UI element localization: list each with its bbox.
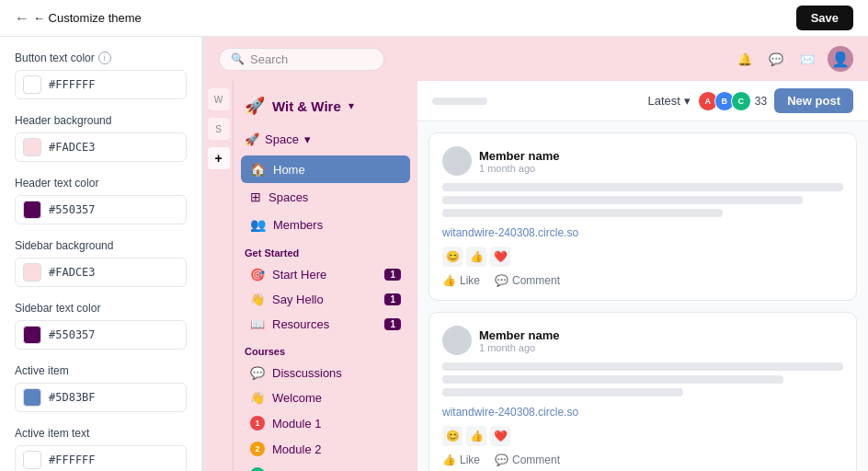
back-arrow-icon: ← (15, 10, 29, 27)
app-content: W S + 🚀 Wit & Wire ▾ 🚀 Space ▾ (204, 81, 868, 471)
sidebar: 🚀 Wit & Wire ▾ 🚀 Space ▾ 🏠 Home (234, 81, 417, 471)
welcome-icon: 👋 (250, 391, 265, 405)
post-meta-2: Member name 1 month ago (479, 328, 843, 353)
color-label-sidebar-text-color: Sidebar text color (15, 302, 187, 315)
course-item-module2[interactable]: 2 Module 2 (241, 436, 410, 462)
start-here-label: Start Here (272, 268, 326, 281)
sort-label: Latest (647, 94, 680, 108)
color-value-header-text-color: #550357 (49, 203, 96, 216)
emoji-6: ❤️ (490, 426, 510, 446)
color-value-header-background: #FADCE3 (49, 141, 96, 154)
sidebar-item-say-hello[interactable]: 👋 Say Hello 1 (241, 287, 410, 312)
like-button-2[interactable]: 👍 Like (442, 454, 480, 466)
sidebar-item-home-label: Home (273, 163, 305, 177)
color-row-active-item[interactable]: #5D83BF (15, 383, 187, 412)
course-item-welcome[interactable]: 👋 Welcome (241, 385, 410, 410)
comment-label-2: Comment (512, 454, 560, 466)
post-avatar-2 (442, 326, 472, 355)
sidebar-item-members-label: Members (273, 218, 323, 232)
sort-chevron-icon: ▾ (684, 94, 691, 108)
course-item-module3[interactable]: 3 Module 3 (241, 462, 410, 471)
post-time-1: 1 month ago (479, 163, 843, 174)
post-line (442, 209, 723, 217)
sort-button[interactable]: Latest ▾ (647, 94, 690, 108)
module1-label: Module 1 (272, 417, 321, 431)
search-icon: 🔍 (231, 52, 245, 65)
info-icon: i (98, 52, 111, 64)
color-swatch-header-text-color (23, 201, 41, 219)
members-icon: 👥 (250, 217, 266, 232)
color-label-header-background: Header background (15, 114, 187, 127)
color-row-header-background[interactable]: #FADCE3 (15, 132, 187, 162)
sidebar-item-members[interactable]: 👥 Members (241, 211, 410, 238)
post-author-2: Member name (479, 328, 843, 342)
comment-button-2[interactable]: 💬 Comment (495, 454, 560, 466)
sidebar-item-resources[interactable]: 📖 Resources 1 (241, 312, 410, 337)
sidebar-nav: 🏠 Home ⊞ Spaces 👥 Members (234, 155, 417, 238)
post-link-1[interactable]: witandwire-240308.circle.so (442, 226, 843, 239)
bell-icon[interactable]: 🔔 (734, 48, 756, 70)
post-line (442, 183, 843, 191)
color-row-sidebar-text-color[interactable]: #550357 (15, 320, 187, 350)
color-value-button-text-color: #FFFFFF (49, 78, 96, 91)
color-row-sidebar-background[interactable]: #FADCE3 (15, 258, 187, 287)
space-name: Space (265, 132, 299, 146)
new-post-button[interactable]: New post (774, 88, 853, 113)
resources-label: Resources (272, 317, 329, 331)
save-button[interactable]: Save (796, 6, 853, 30)
post-link-2[interactable]: witandwire-240308.circle.so (442, 406, 843, 419)
sidebar-item-spaces[interactable]: ⊞ Spaces (241, 183, 410, 211)
color-row-active-item-text[interactable]: #FFFFFF (15, 445, 187, 471)
post-line (442, 375, 783, 384)
color-row-header-text-color[interactable]: #550357 (15, 195, 187, 224)
back-button[interactable]: ← ← Customize theme (15, 10, 142, 27)
course-item-discussions[interactable]: 💬 Disscussions (241, 361, 410, 385)
color-value-sidebar-text-color: #550357 (49, 328, 96, 341)
chat-icon[interactable]: 💬 (765, 48, 787, 70)
brand-chevron-icon: ▾ (348, 99, 354, 112)
user-avatar[interactable]: 👤 (828, 46, 853, 72)
color-value-sidebar-background: #FADCE3 (49, 266, 96, 279)
module2-number: 2 (250, 442, 265, 456)
sidebar-space[interactable]: 🚀 Space ▾ (234, 127, 417, 155)
brand-name: Wit & Wire (272, 98, 341, 114)
avatars-count: 33 (755, 95, 767, 108)
color-item-active-item: Active item#5D83BF (15, 364, 187, 412)
module3-label: Module 3 (272, 468, 321, 472)
comment-button-1[interactable]: 💬 Comment (495, 274, 560, 287)
like-icon-2: 👍 (442, 454, 456, 466)
post-author-1: Member name (479, 149, 843, 163)
course-item-module1[interactable]: 1 Module 1 (241, 410, 410, 436)
color-item-button-text-color: Button text colori#FFFFFF (15, 52, 187, 99)
sidebar-item-home[interactable]: 🏠 Home (241, 155, 410, 183)
welcome-label: Welcome (272, 391, 322, 405)
like-label: Like (460, 274, 480, 287)
post-actions-2: 👍 Like 💬 Comment (442, 454, 843, 466)
module3-number: 3 (250, 467, 265, 471)
color-row-button-text-color[interactable]: #FFFFFF (15, 70, 187, 99)
get-started-section-title: Get Started (234, 238, 417, 262)
courses-section-title: Courses (234, 337, 417, 361)
message-icon[interactable]: ✉️ (796, 48, 818, 70)
post-avatar-1 (442, 146, 472, 176)
sidebar-item-start-here[interactable]: 🎯 Start Here 1 (241, 262, 410, 287)
discussions-icon: 💬 (250, 366, 265, 380)
app-header: 🔍 Search 🔔 💬 ✉️ 👤 (204, 37, 868, 81)
avatar-image: 👤 (831, 51, 850, 68)
brand-icon: 🚀 (245, 96, 265, 116)
color-label-sidebar-background: Sidebar background (15, 239, 187, 252)
comment-icon: 💬 (495, 274, 508, 287)
back-label: ← Customize theme (33, 11, 142, 25)
color-label-header-text-color: Header text color (15, 177, 187, 190)
discussions-label: Disscussions (272, 366, 342, 380)
post-line (442, 388, 683, 396)
color-swatch-sidebar-background (23, 263, 41, 281)
home-icon: 🏠 (250, 162, 266, 177)
color-label-button-text-color: Button text colori (15, 52, 187, 64)
mini-add[interactable]: + (208, 147, 230, 169)
color-swatch-button-text-color (23, 75, 41, 94)
post-time-2: 1 month ago (479, 342, 843, 353)
post-header-1: Member name 1 month ago (442, 146, 843, 176)
like-button-1[interactable]: 👍 Like (442, 274, 480, 287)
search-bar[interactable]: 🔍 Search (219, 48, 384, 71)
